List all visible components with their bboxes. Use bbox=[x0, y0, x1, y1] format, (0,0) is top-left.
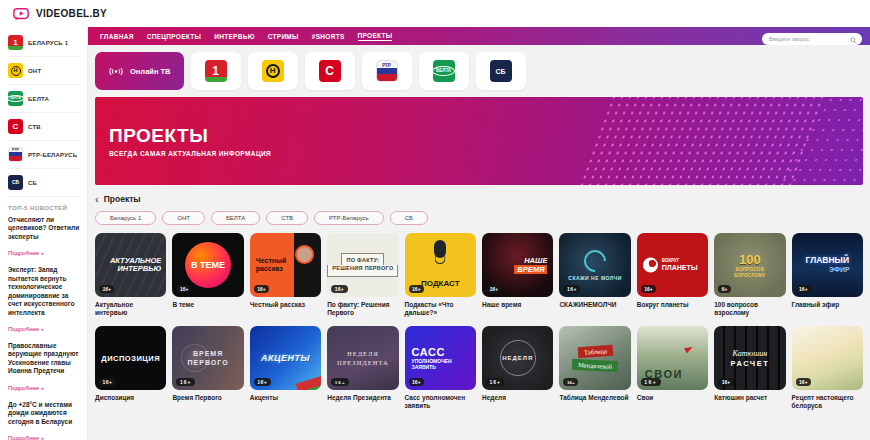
project-title[interactable]: Акценты bbox=[250, 394, 321, 402]
nav-tab[interactable]: #SHORTS bbox=[312, 33, 345, 40]
channel-button[interactable]: С bbox=[305, 52, 355, 90]
search-icon[interactable] bbox=[850, 30, 857, 37]
project-card[interactable]: СКАЖИ НЕ МОЛЧИ 16+ СКАЖИНЕМОЛЧИ bbox=[559, 233, 630, 317]
project-title[interactable]: Наше время bbox=[482, 301, 553, 309]
project-card[interactable]: НЕДЕЛЯ 16+ Неделя bbox=[482, 326, 553, 410]
sidebar-channel-item[interactable]: Н ОНТ bbox=[8, 57, 80, 85]
project-title[interactable]: 100 вопросов взрослому bbox=[714, 301, 785, 317]
project-thumbnail[interactable]: Честный рассказ 16+ bbox=[250, 233, 321, 297]
project-card[interactable]: АКТУАЛЬНОЕ ИНТЕРВЬЮ 16+ Актуальное интер… bbox=[95, 233, 166, 317]
videobel-logo-icon[interactable] bbox=[12, 6, 30, 22]
project-thumbnail[interactable]: ПО ФАКТУ: РЕШЕНИЯ ПЕРВОГО 16+ bbox=[327, 233, 398, 297]
project-title[interactable]: Неделя bbox=[482, 394, 553, 402]
breadcrumb[interactable]: ‹ Проекты bbox=[95, 194, 863, 204]
project-title[interactable]: Время Первого bbox=[172, 394, 243, 402]
project-thumbnail[interactable]: ПОДКАСТ 16+ bbox=[405, 233, 476, 297]
project-thumbnail[interactable]: Катюшин РАСЧЕТ 16+ bbox=[714, 326, 785, 390]
project-card[interactable]: Таблица Менделевой 16+ Таблица Менделево… bbox=[559, 326, 630, 410]
news-item[interactable]: Эксперт: Запад пытается вернуть технолог… bbox=[8, 262, 80, 338]
project-card[interactable]: ВОКРУГ ПЛАНЕТЫ 16+ Вокруг планеты bbox=[637, 233, 708, 317]
project-title[interactable]: Свои bbox=[637, 394, 708, 402]
nav-tab[interactable]: ПРОЕКТЫ bbox=[358, 32, 393, 41]
news-more-link[interactable]: Подробнее » bbox=[8, 250, 44, 256]
project-card[interactable]: НАШЕ ВРЕМЯ 16+ Наше время bbox=[482, 233, 553, 317]
project-title[interactable]: Честный рассказ bbox=[250, 301, 321, 309]
project-card[interactable]: ПОДКАСТ 16+ Подкасты «Что дальше?» bbox=[405, 233, 476, 317]
news-item[interactable]: До +28°С и местами дожди ожидаются сегод… bbox=[8, 397, 80, 440]
project-title[interactable]: Главный эфир bbox=[792, 301, 863, 309]
project-thumbnail[interactable]: НЕДЕЛЯ ПРЕЗИДЕНТА 16+ bbox=[327, 326, 398, 390]
nav-tab[interactable]: СПЕЦПРОЕКТЫ bbox=[147, 33, 202, 40]
nav-tab[interactable]: СТРИМЫ bbox=[268, 33, 299, 40]
filter-chip[interactable]: БЕЛТА bbox=[211, 211, 260, 225]
project-title[interactable]: В теме bbox=[172, 301, 243, 309]
project-thumbnail[interactable]: АКТУАЛЬНОЕ ИНТЕРВЬЮ 16+ bbox=[95, 233, 166, 297]
project-title[interactable]: Рецепт настоящего белоруса bbox=[792, 394, 863, 410]
sidebar-channel-item[interactable]: С СТВ bbox=[8, 113, 80, 141]
project-title[interactable]: Неделя Президента bbox=[327, 394, 398, 402]
sidebar-channel-item[interactable]: РТР РТР-БЕЛАРУСЬ bbox=[8, 141, 80, 169]
project-thumbnail[interactable]: САСС УПОЛНОМОЧЕН ЗАЯВИТЬ 16+ bbox=[405, 326, 476, 390]
site-title[interactable]: VIDEOBEL.BY bbox=[36, 8, 107, 19]
project-card[interactable]: В ТЕМЕ 16+ В теме bbox=[172, 233, 243, 317]
nav-tab[interactable]: ГЛАВНАЯ bbox=[100, 33, 134, 40]
project-title[interactable]: Актуальное интервью bbox=[95, 301, 166, 317]
online-tv-button[interactable]: Онлайн ТВ bbox=[95, 52, 184, 90]
channel-button[interactable]: БЕЛТА bbox=[419, 52, 469, 90]
project-thumbnail[interactable]: В ТЕМЕ 16+ bbox=[172, 233, 243, 297]
news-more-link[interactable]: Подробнее » bbox=[8, 385, 44, 391]
project-title[interactable]: Подкасты «Что дальше?» bbox=[405, 301, 476, 317]
project-card[interactable]: СВОИ 16+ Свои bbox=[637, 326, 708, 410]
project-title[interactable]: СКАЖИНЕМОЛЧИ bbox=[559, 301, 630, 309]
channel-button[interactable]: Н bbox=[248, 52, 298, 90]
news-item[interactable]: Православные верующие празднуют Усекнове… bbox=[8, 338, 80, 397]
project-thumbnail[interactable]: 100 ВОПРОСОВ ВЗРОСЛОМУ 6+ bbox=[714, 233, 785, 297]
filter-chip[interactable]: Беларусь 1 bbox=[95, 211, 156, 225]
project-thumbnail[interactable]: 16+ bbox=[792, 326, 863, 390]
project-thumbnail[interactable]: ВРЕМЯ ПЕРВОГО 16+ bbox=[172, 326, 243, 390]
project-thumbnail[interactable]: Таблица Менделевой 16+ bbox=[559, 326, 630, 390]
project-card[interactable]: Катюшин РАСЧЕТ 16+ Катюшин расчет bbox=[714, 326, 785, 410]
project-title[interactable]: Сасс уполномочен заявить bbox=[405, 394, 476, 410]
project-title[interactable]: Катюшин расчет bbox=[714, 394, 785, 402]
filter-chip[interactable]: СБ bbox=[390, 211, 428, 225]
project-thumbnail[interactable]: ДИСПОЗИЦИЯ 16+ bbox=[95, 326, 166, 390]
project-title[interactable]: Диспозиция bbox=[95, 394, 166, 402]
project-card[interactable]: ГЛАВНЫЙ ЭФИР 16+ Главный эфир bbox=[792, 233, 863, 317]
project-card[interactable]: Честный рассказ 16+ Честный рассказ bbox=[250, 233, 321, 317]
project-thumbnail[interactable]: АКЦЕНТЫ 16+ bbox=[250, 326, 321, 390]
news-item[interactable]: Отчисляют ли целевиков? Ответили эксперт… bbox=[8, 212, 80, 262]
project-thumbnail[interactable]: СВОИ 16+ bbox=[637, 326, 708, 390]
project-thumbnail[interactable]: ГЛАВНЫЙ ЭФИР 16+ bbox=[792, 233, 863, 297]
project-card[interactable]: НЕДЕЛЯ ПРЕЗИДЕНТА 16+ Неделя Президента bbox=[327, 326, 398, 410]
project-card[interactable]: ДИСПОЗИЦИЯ 16+ Диспозиция bbox=[95, 326, 166, 410]
project-title[interactable]: По факту: Решения Первого bbox=[327, 301, 398, 317]
project-thumbnail[interactable]: СКАЖИ НЕ МОЛЧИ 16+ bbox=[559, 233, 630, 297]
channel-button[interactable]: РТР bbox=[362, 52, 412, 90]
project-thumbnail[interactable]: НАШЕ ВРЕМЯ 16+ bbox=[482, 233, 553, 297]
news-more-link[interactable]: Подробнее » bbox=[8, 435, 44, 440]
news-more-link[interactable]: Подробнее » bbox=[8, 326, 44, 332]
filter-chip[interactable]: ОНТ bbox=[162, 211, 205, 225]
thumbnail-title: Катюшин bbox=[733, 349, 768, 359]
project-card[interactable]: АКЦЕНТЫ 16+ Акценты bbox=[250, 326, 321, 410]
project-thumbnail[interactable]: ВОКРУГ ПЛАНЕТЫ 16+ bbox=[637, 233, 708, 297]
nav-tab[interactable]: ИНТЕРВЬЮ bbox=[214, 33, 254, 40]
back-chevron-icon[interactable]: ‹ bbox=[95, 195, 99, 204]
project-card[interactable]: ВРЕМЯ ПЕРВОГО 16+ Время Первого bbox=[172, 326, 243, 410]
project-card[interactable]: 16+ Рецепт настоящего белоруса bbox=[792, 326, 863, 410]
sidebar-channel-item[interactable]: 1 БЕЛАРУСЬ 1 bbox=[8, 29, 80, 57]
sidebar-channel-item[interactable]: СБ СБ bbox=[8, 169, 80, 197]
project-card[interactable]: ПО ФАКТУ: РЕШЕНИЯ ПЕРВОГО 16+ По факту: … bbox=[327, 233, 398, 317]
filter-chip[interactable]: СТВ bbox=[266, 211, 308, 225]
sidebar-channel-item[interactable]: БЕЛТА БЕЛТА bbox=[8, 85, 80, 113]
filter-chip[interactable]: РТР-Беларусь bbox=[314, 211, 384, 225]
project-thumbnail[interactable]: НЕДЕЛЯ 16+ bbox=[482, 326, 553, 390]
project-card[interactable]: САСС УПОЛНОМОЧЕН ЗАЯВИТЬ 16+ Сасс уполно… bbox=[405, 326, 476, 410]
channel-button[interactable]: 1 bbox=[191, 52, 241, 90]
project-card[interactable]: 100 ВОПРОСОВ ВЗРОСЛОМУ 6+ 100 вопросов в… bbox=[714, 233, 785, 317]
project-title[interactable]: Вокруг планеты bbox=[637, 301, 708, 309]
search-input[interactable] bbox=[762, 33, 862, 45]
project-title[interactable]: Таблица Менделевой bbox=[559, 394, 630, 402]
channel-button[interactable]: СБ bbox=[476, 52, 526, 90]
